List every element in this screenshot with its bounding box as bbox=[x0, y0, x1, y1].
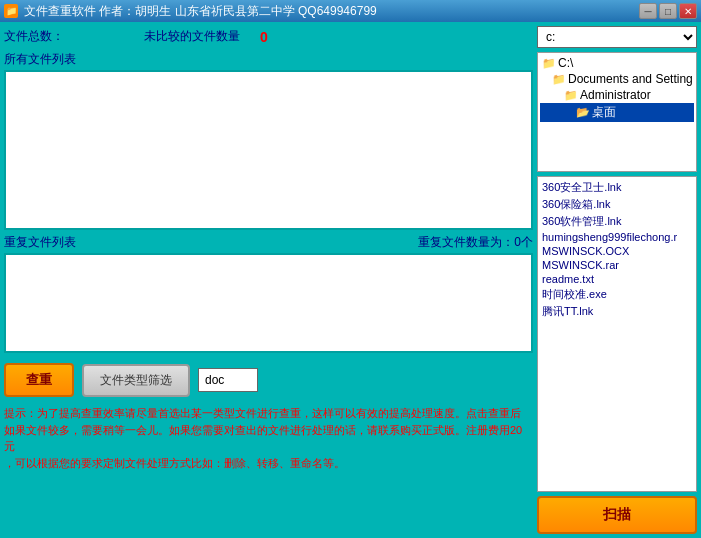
query-button[interactable]: 查重 bbox=[4, 363, 74, 397]
tree-label-documents: Documents and Setting bbox=[568, 72, 693, 86]
folder-icon: 📁 bbox=[542, 57, 556, 70]
dup-section: 重复文件列表 重复文件数量为：0个 bbox=[4, 234, 533, 353]
list-item[interactable]: MSWINSCK.OCX bbox=[540, 244, 694, 258]
folder-open-icon: 📂 bbox=[576, 106, 590, 119]
list-item[interactable]: 360安全卫士.lnk bbox=[540, 179, 694, 196]
drive-select[interactable]: c: bbox=[537, 26, 697, 48]
app-icon: 📁 bbox=[4, 4, 18, 18]
list-item[interactable]: 360软件管理.lnk bbox=[540, 213, 694, 230]
hint-text: 提示：为了提高查重效率请尽量首选出某一类型文件进行查重，这样可以有效的提高处理速… bbox=[4, 403, 533, 473]
drive-selector: c: bbox=[537, 26, 697, 48]
minimize-button[interactable]: ─ bbox=[639, 3, 657, 19]
list-item[interactable]: readme.txt bbox=[540, 272, 694, 286]
top-info: 文件总数： 未比较的文件数量 0 bbox=[4, 26, 533, 47]
close-button[interactable]: ✕ bbox=[679, 3, 697, 19]
window-controls: ─ □ ✕ bbox=[639, 3, 697, 19]
tree-item-documents[interactable]: 📁 Documents and Setting bbox=[540, 71, 694, 87]
file-type-input[interactable] bbox=[198, 368, 258, 392]
dup-files-list bbox=[4, 253, 533, 353]
folder-icon: 📁 bbox=[552, 73, 566, 86]
folder-icon: 📁 bbox=[564, 89, 578, 102]
title-text: 文件查重软件 作者：胡明生 山东省祈民县第二中学 QQ649946799 bbox=[24, 3, 633, 20]
list-item[interactable]: 360保险箱.lnk bbox=[540, 196, 694, 213]
main-area: 文件总数： 未比较的文件数量 0 所有文件列表 重复文件列表 重复文件数量为：0… bbox=[0, 22, 701, 538]
tree-item-administrator[interactable]: 📁 Administrator bbox=[540, 87, 694, 103]
all-files-section: 所有文件列表 bbox=[4, 51, 533, 230]
tree-label-desktop: 桌面 bbox=[592, 104, 616, 121]
all-files-label: 所有文件列表 bbox=[4, 51, 533, 68]
file-count-label: 文件总数： bbox=[4, 28, 64, 45]
dup-header: 重复文件列表 重复文件数量为：0个 bbox=[4, 234, 533, 251]
dup-files-label: 重复文件列表 bbox=[4, 234, 76, 251]
tree-item-c[interactable]: 📁 C:\ bbox=[540, 55, 694, 71]
bottom-buttons: 查重 文件类型筛选 bbox=[4, 357, 533, 399]
title-bar: 📁 文件查重软件 作者：胡明生 山东省祈民县第二中学 QQ649946799 ─… bbox=[0, 0, 701, 22]
right-file-list: 360安全卫士.lnk 360保险箱.lnk 360软件管理.lnk humin… bbox=[537, 176, 697, 492]
list-item[interactable]: MSWINSCK.rar bbox=[540, 258, 694, 272]
left-panel: 文件总数： 未比较的文件数量 0 所有文件列表 重复文件列表 重复文件数量为：0… bbox=[4, 26, 533, 534]
right-panel: c: 📁 C:\ 📁 Documents and Setting 📁 Admin… bbox=[537, 26, 697, 534]
dup-count-label: 重复文件数量为：0个 bbox=[418, 234, 533, 251]
uncompared-label: 未比较的文件数量 bbox=[144, 28, 240, 45]
uncompared-count: 0 bbox=[260, 29, 268, 45]
list-item[interactable]: humingsheng999filechong.r bbox=[540, 230, 694, 244]
maximize-button[interactable]: □ bbox=[659, 3, 677, 19]
scan-button[interactable]: 扫描 bbox=[537, 496, 697, 534]
tree-label-c: C:\ bbox=[558, 56, 573, 70]
list-item[interactable]: 腾讯TT.lnk bbox=[540, 303, 694, 320]
tree-item-desktop[interactable]: 📂 桌面 bbox=[540, 103, 694, 122]
tree-view: 📁 C:\ 📁 Documents and Setting 📁 Administ… bbox=[537, 52, 697, 172]
list-item[interactable]: 时间校准.exe bbox=[540, 286, 694, 303]
tree-label-administrator: Administrator bbox=[580, 88, 651, 102]
filter-button[interactable]: 文件类型筛选 bbox=[82, 364, 190, 397]
all-files-list bbox=[4, 70, 533, 230]
